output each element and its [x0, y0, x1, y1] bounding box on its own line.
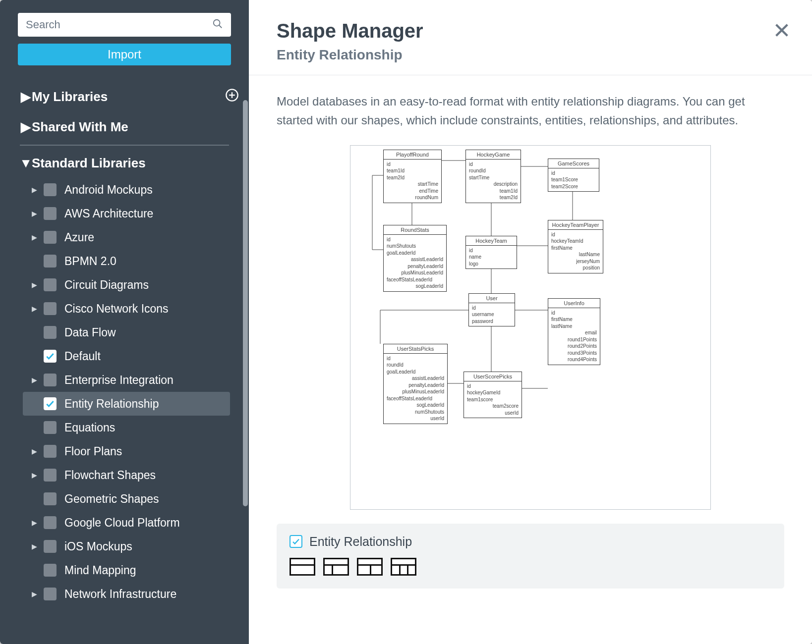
library-item[interactable]: ▶Android Mockups	[23, 178, 230, 202]
search-input[interactable]	[26, 18, 212, 31]
caret-right-icon: ▶	[20, 89, 32, 105]
group-my-libraries[interactable]: ▶ My Libraries	[20, 81, 244, 112]
main-header: Shape Manager Entity Relationship	[249, 0, 812, 75]
library-checkbox[interactable]	[44, 374, 57, 386]
page-subtitle: Entity Relationship	[277, 47, 784, 63]
library-label: Android Mockups	[64, 183, 153, 197]
library-checkbox[interactable]	[44, 588, 57, 600]
category-box: Entity Relationship	[277, 524, 784, 589]
caret-right-icon: ▶	[29, 542, 40, 550]
group-label: Shared With Me	[32, 119, 239, 135]
category-row: Entity Relationship	[290, 535, 771, 549]
library-item[interactable]: ▶Flowchart Shapes	[23, 463, 230, 487]
library-label: Equations	[64, 421, 115, 434]
library-label: Azure	[64, 231, 94, 244]
shape-manager-dialog: Import ▶ My Libraries ▶ Shared With Me ▼…	[0, 0, 812, 644]
library-checkbox[interactable]	[44, 492, 57, 505]
library-checkbox[interactable]	[44, 207, 57, 220]
library-item[interactable]: ▶AWS Architecture	[23, 202, 230, 225]
library-checkbox[interactable]	[44, 540, 57, 553]
library-item[interactable]: ▶Google Cloud Platform	[23, 511, 230, 535]
library-checkbox[interactable]	[44, 231, 57, 244]
shape-thumbnails	[290, 558, 771, 576]
library-item[interactable]: Data Flow	[23, 321, 230, 344]
main-body: Model databases in an easy-to-read forma…	[249, 75, 812, 605]
library-checkbox[interactable]	[44, 469, 57, 482]
caret-down-icon: ▼	[20, 156, 32, 171]
group-label: My Libraries	[32, 89, 225, 105]
library-label: iOS Mockups	[64, 540, 132, 553]
sidebar: Import ▶ My Libraries ▶ Shared With Me ▼…	[0, 0, 249, 644]
library-label: Circuit Diagrams	[64, 278, 149, 292]
library-item[interactable]: ▶Floor Plans	[23, 439, 230, 463]
library-label: Google Cloud Platform	[64, 516, 180, 530]
entity-shape-1[interactable]	[290, 558, 315, 576]
caret-right-icon: ▶	[29, 376, 40, 384]
library-label: Network Infrastructure	[64, 588, 176, 601]
library-item[interactable]: ▶Enterprise Integration	[23, 368, 230, 392]
category-label: Entity Relationship	[309, 535, 412, 549]
svg-point-0	[214, 20, 220, 26]
library-item[interactable]: ▶Azure	[23, 225, 230, 249]
entity-shape-4[interactable]	[391, 558, 416, 576]
library-item[interactable]: ▶Circuit Diagrams	[23, 273, 230, 297]
library-label: Enterprise Integration	[64, 374, 174, 387]
library-checkbox[interactable]	[44, 302, 57, 315]
scrollbar[interactable]	[243, 100, 248, 506]
close-button[interactable]	[773, 22, 790, 41]
library-item[interactable]: Equations	[23, 416, 230, 439]
caret-right-icon: ▶	[29, 519, 40, 527]
caret-right-icon: ▶	[29, 210, 40, 217]
library-label: Mind Mapping	[64, 564, 136, 577]
import-button[interactable]: Import	[18, 44, 231, 65]
caret-right-icon: ▶	[29, 233, 40, 241]
library-item[interactable]: ▶Network Infrastructure	[23, 582, 230, 606]
description-text: Model databases in an easy-to-read forma…	[277, 92, 784, 130]
library-label: Flowchart Shapes	[64, 469, 156, 482]
library-checkbox[interactable]	[44, 350, 57, 363]
library-item[interactable]: BPMN 2.0	[23, 249, 230, 273]
library-checkbox[interactable]	[44, 183, 57, 196]
library-list: ▶Android Mockups▶AWS Architecture▶AzureB…	[20, 178, 244, 606]
sidebar-top: Import	[0, 0, 249, 74]
library-checkbox[interactable]	[44, 326, 57, 339]
library-label: Default	[64, 350, 101, 363]
main-panel: Shape Manager Entity Relationship Model …	[249, 0, 812, 644]
add-library-icon[interactable]	[225, 88, 239, 106]
caret-right-icon: ▶	[29, 281, 40, 289]
entity-shape-2[interactable]	[323, 558, 349, 576]
caret-right-icon: ▶	[29, 447, 40, 455]
library-checkbox[interactable]	[44, 255, 57, 268]
library-item[interactable]: Geometric Shapes	[23, 487, 230, 511]
library-checkbox[interactable]	[44, 564, 57, 577]
caret-right-icon: ▶	[29, 305, 40, 313]
library-item[interactable]: Entity Relationship	[23, 392, 230, 416]
group-standard-libraries[interactable]: ▼ Standard Libraries	[20, 149, 244, 178]
library-item[interactable]: ▶iOS Mockups	[23, 535, 230, 558]
svg-line-1	[219, 25, 222, 28]
library-checkbox[interactable]	[44, 516, 57, 529]
entity-shape-3[interactable]	[357, 558, 383, 576]
library-item[interactable]: Default	[23, 344, 230, 368]
library-checkbox[interactable]	[44, 445, 57, 458]
library-checkbox[interactable]	[44, 278, 57, 291]
page-title: Shape Manager	[277, 20, 784, 42]
search-row	[18, 13, 231, 37]
separator	[20, 145, 229, 146]
erd-preview: PlayoffRound idteam1Idteam2IdstartTimeen…	[350, 145, 711, 510]
library-label: Data Flow	[64, 326, 116, 339]
library-item[interactable]: Mind Mapping	[23, 558, 230, 582]
library-label: Cisco Network Icons	[64, 302, 169, 316]
category-checkbox[interactable]	[290, 535, 302, 548]
caret-right-icon: ▶	[29, 186, 40, 194]
library-tree: ▶ My Libraries ▶ Shared With Me ▼ Standa…	[0, 74, 249, 644]
library-checkbox[interactable]	[44, 397, 57, 410]
caret-right-icon: ▶	[29, 590, 40, 598]
library-checkbox[interactable]	[44, 421, 57, 434]
group-shared-with-me[interactable]: ▶ Shared With Me	[20, 112, 244, 142]
library-label: BPMN 2.0	[64, 255, 116, 268]
library-label: Floor Plans	[64, 445, 122, 458]
caret-right-icon: ▶	[20, 119, 32, 135]
search-icon[interactable]	[212, 18, 223, 31]
library-item[interactable]: ▶Cisco Network Icons	[23, 297, 230, 321]
